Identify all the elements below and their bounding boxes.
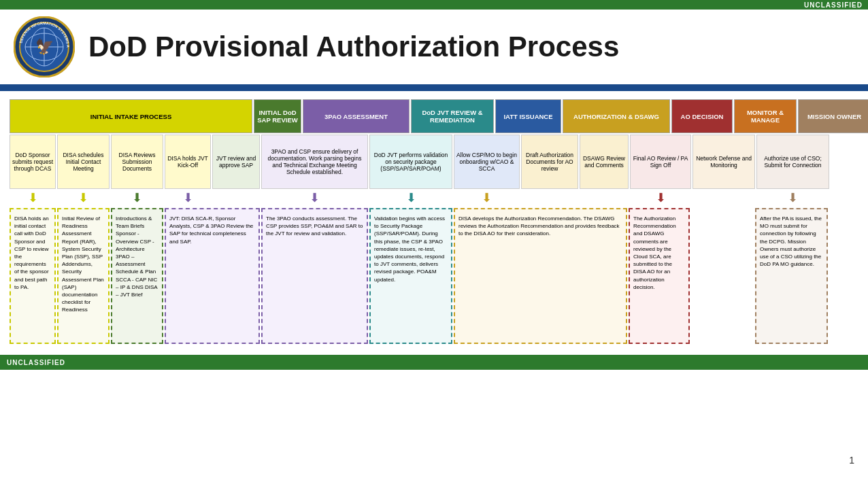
bottom-classification-bar: UNCLASSIFIED bbox=[0, 355, 868, 370]
detail-box-initial-review: Initial Review of Readiness Assessment R… bbox=[57, 208, 110, 344]
arrow-col11: ⬇ bbox=[630, 190, 691, 205]
arrow-col7: ⬇ bbox=[369, 190, 452, 205]
arrow-col12 bbox=[692, 190, 755, 205]
process-cell-authorize-use: Authorize use of CSO; Submit for Connect… bbox=[756, 135, 829, 189]
process-cell-draft-auth: Draft Authorization Documents for AO rev… bbox=[521, 135, 578, 189]
phase-header-initial-intake: INITIAL INTAKE PROCESS bbox=[10, 99, 252, 133]
phase-header-auth-dsawg: AUTHORIZATION & DSAWG bbox=[563, 99, 670, 133]
detail-box-introductions: Introductions & Team Briefs Sponsor - Ov… bbox=[111, 208, 163, 344]
detail-box-disa-develops: DISA develops the Authorization Recommen… bbox=[454, 208, 627, 344]
detail-boxes-row: DISA holds an initial contact call with … bbox=[10, 208, 858, 344]
arrow-col10 bbox=[580, 190, 629, 205]
arrow-col2: ⬇ bbox=[57, 190, 110, 205]
main-content: INITIAL INTAKE PROCESS INITIAL DoD SAP R… bbox=[0, 91, 868, 349]
detail-box-empty bbox=[691, 208, 754, 344]
detail-box-validation: Validation begins with access to Securit… bbox=[369, 208, 452, 344]
arrow-col8: ⬇ bbox=[454, 190, 520, 205]
process-cell-dod-sponsor: DoD Sponsor submits request through DCAS bbox=[10, 135, 56, 189]
arrow-col6: ⬇ bbox=[261, 190, 368, 205]
arrow-col1: ⬇ bbox=[10, 190, 56, 205]
phase-header-dod-jvt: DoD JVT REVIEW & REMEDIATION bbox=[411, 99, 494, 133]
arrow-col4: ⬇ bbox=[165, 190, 211, 205]
detail-box-auth-rec: The Authorization Recommendation and DSA… bbox=[629, 208, 690, 344]
page-wrapper: UNCLASSIFIED 🦅 DEFENSE INFORMATION SYSTE… bbox=[0, 0, 868, 370]
detail-box-after-pa: After the PA is issued, the MO must subm… bbox=[755, 208, 828, 344]
page-title: DoD Provisional Authorization Process bbox=[88, 31, 619, 63]
process-cell-disa-reviews: DISA Reviews Submission Documents bbox=[111, 135, 163, 189]
top-classification-label: UNCLASSIFIED bbox=[804, 1, 863, 9]
arrow-col13: ⬇ bbox=[756, 190, 829, 205]
process-cell-final-ao: Final AO Review / PA Sign Off bbox=[630, 135, 691, 189]
process-cell-dsawg-review: DSAWG Review and Comments bbox=[580, 135, 629, 189]
header: 🦅 DEFENSE INFORMATION SYSTEMS AGENCY DoD… bbox=[0, 10, 868, 87]
arrows-row: ⬇ ⬇ ⬇ ⬇ ⬇ ⬇ ⬇ ⬇ ⬇ bbox=[10, 190, 858, 205]
detail-box-disa-contact: DISA holds an initial contact call with … bbox=[10, 208, 56, 344]
process-cell-allow-csp: Allow CSP/MO to begin onboarding w/CAO &… bbox=[454, 135, 520, 189]
arrow-col9 bbox=[521, 190, 578, 205]
process-cell-disa-schedules: DISA schedules Initial Contact Meeting bbox=[57, 135, 110, 189]
bottom-classification-label: UNCLASSIFIED bbox=[7, 359, 65, 366]
phase-header-ao-decision: AO DECISION bbox=[671, 99, 733, 133]
page-number: 1 bbox=[849, 455, 854, 466]
top-classification-bar: UNCLASSIFIED bbox=[0, 0, 868, 10]
process-cell-jvt-review: JVT review and approve SAP bbox=[212, 135, 260, 189]
process-cells-row: DoD Sponsor submits request through DCAS… bbox=[10, 135, 858, 189]
process-cell-3pao-ensure: 3PAO and CSP ensure delivery of document… bbox=[261, 135, 368, 189]
phase-headers-row: INITIAL INTAKE PROCESS INITIAL DoD SAP R… bbox=[10, 99, 858, 133]
phase-header-mission-owner: MISSION OWNER bbox=[798, 99, 868, 133]
disa-logo: 🦅 DEFENSE INFORMATION SYSTEMS AGENCY bbox=[14, 16, 75, 77]
phase-header-initial-dod-sap: INITIAL DoD SAP REVIEW bbox=[254, 99, 301, 133]
arrow-col3: ⬇ bbox=[111, 190, 163, 205]
phase-header-3pao: 3PAO ASSESSMENT bbox=[303, 99, 410, 133]
detail-box-jvt-disa: JVT: DISA SCA-R, Sponsor Analysts, CSP &… bbox=[165, 208, 260, 344]
arrow-col5 bbox=[212, 190, 260, 205]
detail-box-3pao-conducts: The 3PAO conducts assessment. The CSP pr… bbox=[261, 208, 368, 344]
process-cell-disa-holds: DISA holds JVT Kick-Off bbox=[165, 135, 211, 189]
phase-header-iatt: IATT ISSUANCE bbox=[495, 99, 561, 133]
process-cell-dod-jvt-performs: DoD JVT performs validation on security … bbox=[369, 135, 452, 189]
svg-text:🦅: 🦅 bbox=[35, 37, 54, 56]
phase-header-monitor-manage: MONITOR & MANAGE bbox=[734, 99, 797, 133]
process-cell-network-defense: Network Defense and Monitoring bbox=[692, 135, 755, 189]
